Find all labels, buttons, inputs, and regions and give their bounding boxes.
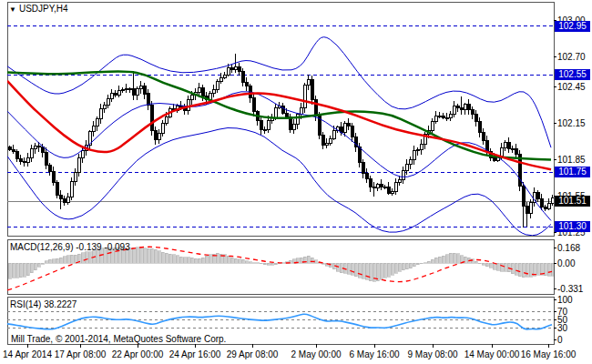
macd-indicator-label: MACD(12,26,9) -0.139 -0.093: [10, 242, 130, 252]
copyright-text: Mill Trade, © 2001-2014, MetaQuotes Soft…: [9, 334, 228, 344]
symbol-dropdown-icon[interactable]: ▼: [9, 5, 16, 14]
panel-frames: [7, 2, 554, 344]
rsi-name: RSI(14): [10, 299, 41, 309]
macd-name: MACD(12,26,9): [10, 242, 73, 252]
macd-values: -0.139 -0.093: [76, 242, 130, 252]
chart-window: 103.00102.70102.45102.15101.85101.55101.…: [0, 0, 592, 364]
symbol-label[interactable]: ▼USDJPY,H4: [9, 4, 68, 14]
chart-canvas: [0, 0, 592, 364]
rsi-indicator-label: RSI(14) 38.2227: [10, 299, 77, 309]
symbol-text: USDJPY,H4: [19, 4, 68, 14]
rsi-value: 38.2227: [44, 299, 77, 309]
